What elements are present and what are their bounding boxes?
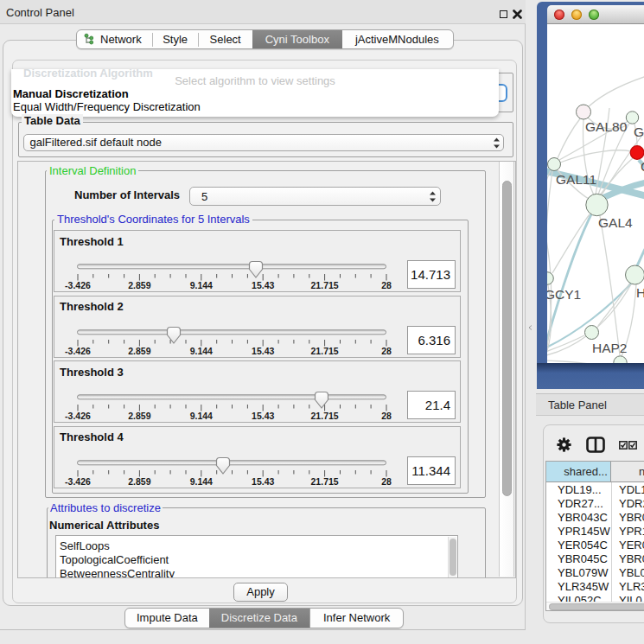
svg-text:2.859: 2.859 <box>128 280 150 290</box>
svg-text:GAL: GAL <box>634 124 644 139</box>
svg-text:9.144: 9.144 <box>190 411 213 421</box>
svg-text:9.144: 9.144 <box>190 280 213 290</box>
svg-text:GAL4: GAL4 <box>598 215 633 230</box>
svg-text:2.859: 2.859 <box>128 475 150 486</box>
svg-text:28: 28 <box>381 475 392 486</box>
svg-text:9.144: 9.144 <box>190 345 213 355</box>
svg-text:GCY1: GCY1 <box>547 287 581 302</box>
svg-text:C: C <box>641 159 644 174</box>
svg-text:15.43: 15.43 <box>252 411 274 421</box>
svg-text:28: 28 <box>381 345 392 355</box>
svg-text:2.859: 2.859 <box>128 411 150 421</box>
svg-text:2.859: 2.859 <box>128 345 150 355</box>
svg-text:28: 28 <box>381 280 392 290</box>
svg-text:9.144: 9.144 <box>190 475 213 486</box>
svg-text:HAP2: HAP2 <box>592 341 628 355</box>
svg-text:GAL11: GAL11 <box>556 172 596 187</box>
svg-text:-3.426: -3.426 <box>65 280 91 290</box>
svg-text:-3.426: -3.426 <box>65 411 91 421</box>
svg-text:-3.426: -3.426 <box>65 475 91 486</box>
svg-text:21.715: 21.715 <box>311 280 339 290</box>
svg-text:15.43: 15.43 <box>252 345 274 355</box>
svg-text:15.43: 15.43 <box>252 280 274 290</box>
svg-text:28: 28 <box>381 411 392 421</box>
svg-text:-3.426: -3.426 <box>65 345 91 355</box>
svg-text:21.715: 21.715 <box>311 475 339 486</box>
svg-text:GAL80: GAL80 <box>585 119 628 134</box>
svg-text:15.43: 15.43 <box>252 475 274 486</box>
svg-text:21.715: 21.715 <box>311 345 339 355</box>
svg-text:H: H <box>636 285 644 300</box>
svg-text:21.715: 21.715 <box>311 411 339 421</box>
